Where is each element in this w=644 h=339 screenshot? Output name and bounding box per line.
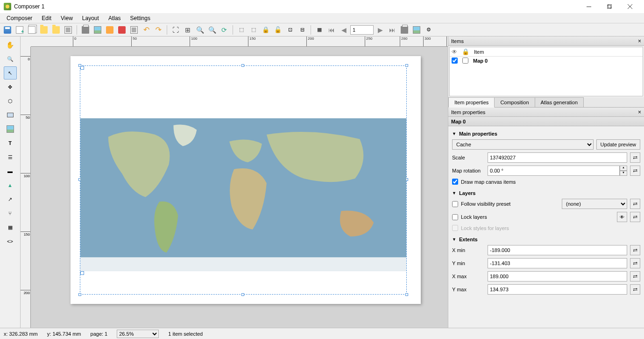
lock-button[interactable]: 🔒 [260, 24, 271, 36]
props-panel-close[interactable]: × [638, 109, 641, 115]
close-button[interactable] [620, 0, 640, 13]
section-head-main[interactable]: ▼ Main properties [452, 131, 640, 137]
atlas-export-button[interactable] [411, 24, 422, 36]
resize-handle[interactable] [405, 64, 408, 67]
atlas-first-button[interactable]: ⏮ [326, 24, 337, 36]
items-panel-close[interactable]: × [638, 38, 641, 44]
add-image-tool[interactable] [4, 123, 17, 136]
xmin-input[interactable] [488, 245, 627, 255]
export-image-button[interactable] [92, 24, 103, 36]
atlas-next-button[interactable]: ▶ [375, 24, 386, 36]
add-nodes-tool[interactable]: ⑂ [4, 207, 17, 220]
add-shape-tool[interactable]: ▲ [4, 179, 17, 192]
unlock-button[interactable]: 🔓 [272, 24, 283, 36]
lock-view-button[interactable]: 👁 [617, 212, 627, 222]
atlas-prev-button[interactable]: ◀ [338, 24, 349, 36]
duplicate-composer-button[interactable] [26, 24, 37, 36]
load-template-button[interactable] [50, 24, 62, 36]
rotation-input[interactable] [488, 166, 620, 176]
spin-down[interactable]: ▼ [620, 171, 627, 176]
atlas-print-button[interactable] [399, 24, 410, 36]
rotation-databind-button[interactable]: ⮂ [630, 166, 640, 176]
move-content-tool[interactable]: ✥ [4, 80, 17, 94]
add-legend-tool[interactable]: ☰ [4, 151, 17, 164]
add-arrow-tool[interactable]: ↗ [4, 193, 17, 206]
preset-select[interactable]: (none) [562, 199, 627, 209]
menu-settings[interactable]: Settings [126, 14, 155, 22]
ymin-input[interactable] [488, 258, 627, 268]
resize-handle[interactable] [78, 64, 81, 67]
scale-databind-button[interactable]: ⮂ [630, 152, 640, 163]
ymax-databind-button[interactable]: ⮂ [630, 284, 640, 295]
xmax-input[interactable] [488, 271, 627, 281]
map-item[interactable] [80, 65, 407, 295]
zoom-in-button[interactable]: 🔍 [194, 24, 205, 36]
new-composer-button[interactable] [14, 24, 25, 36]
xmax-databind-button[interactable]: ⮂ [630, 271, 640, 281]
ungroup-button[interactable]: ⊟ [297, 24, 308, 36]
refresh-button[interactable]: ⟳ [219, 24, 230, 36]
pan-tool[interactable]: ✋ [4, 38, 17, 51]
xmin-databind-button[interactable]: ⮂ [630, 245, 640, 255]
tab-composition[interactable]: Composition [494, 97, 535, 107]
atlas-last-button[interactable]: ⏭ [387, 24, 398, 36]
lock-layers-checkbox[interactable] [452, 214, 458, 220]
lock-databind-button[interactable]: ⮂ [630, 212, 640, 222]
atlas-preview-button[interactable]: ▦ [314, 24, 325, 36]
update-preview-button[interactable]: Update preview [596, 139, 640, 150]
menu-view[interactable]: View [56, 14, 78, 22]
menu-edit[interactable]: Edit [37, 14, 56, 22]
edit-nodes-tool[interactable]: ⬡ [4, 94, 17, 108]
page[interactable] [71, 56, 421, 304]
ymin-databind-button[interactable]: ⮂ [630, 258, 640, 268]
scale-input[interactable] [488, 152, 627, 163]
zoom-tool[interactable]: 🔍 [4, 52, 17, 65]
export-svg-button[interactable] [104, 24, 115, 36]
tab-atlas-generation[interactable]: Atlas generation [535, 97, 584, 107]
follow-preset-checkbox[interactable] [452, 201, 458, 207]
composer-manager-button[interactable] [38, 24, 50, 36]
cache-select[interactable]: Cache [452, 139, 594, 150]
minimize-button[interactable] [579, 0, 599, 13]
composer-canvas[interactable] [31, 47, 448, 328]
section-head-extents[interactable]: ▼ Extents [452, 237, 640, 242]
print-button[interactable] [80, 24, 91, 36]
resize-handle[interactable] [78, 293, 81, 296]
maximize-button[interactable] [599, 0, 620, 13]
section-head-layers[interactable]: ▼ Layers [452, 190, 640, 196]
zoom-out-button[interactable]: 🔍 [206, 24, 218, 36]
draw-canvas-checkbox[interactable] [452, 179, 458, 185]
zoom-select[interactable]: 26.5% [117, 330, 159, 338]
menu-layout[interactable]: Layout [78, 14, 104, 22]
page-setup-button[interactable] [128, 24, 140, 36]
add-html-tool[interactable]: <> [4, 235, 17, 248]
tab-item-properties[interactable]: Item properties [448, 97, 495, 108]
unlock-items-button[interactable]: ⬚ [248, 24, 259, 36]
zoom-actual-button[interactable]: ⊞ [182, 24, 193, 36]
save-button[interactable] [2, 24, 13, 36]
items-row[interactable]: Map 0 [450, 57, 643, 65]
spin-up[interactable]: ▲ [620, 166, 627, 171]
undo-button[interactable]: ↶ [141, 24, 152, 36]
item-visible-checkbox[interactable] [452, 58, 458, 64]
resize-handle[interactable] [241, 293, 244, 296]
preset-databind-button[interactable]: ⮂ [630, 199, 640, 209]
menu-composer[interactable]: Composer [2, 14, 37, 22]
atlas-settings-button[interactable]: ⚙ [423, 24, 434, 36]
add-map-tool[interactable] [4, 108, 17, 122]
lock-items-button[interactable]: ⬚ [236, 24, 247, 36]
save-template-button[interactable] [63, 24, 74, 36]
group-button[interactable]: ⊡ [284, 24, 296, 36]
rotation-spinbox[interactable]: ▲▼ [488, 166, 627, 176]
export-pdf-button[interactable] [116, 24, 127, 36]
redo-button[interactable]: ↶ [153, 24, 164, 36]
add-table-tool[interactable]: ▦ [4, 221, 17, 234]
item-locked-checkbox[interactable] [462, 58, 468, 64]
props-body[interactable]: ▼ Main properties Cache Update preview S… [448, 126, 644, 328]
resize-handle[interactable] [241, 64, 244, 67]
menu-atlas[interactable]: Atlas [104, 14, 126, 22]
atlas-page-input[interactable] [350, 25, 374, 35]
add-label-tool[interactable]: T [4, 137, 17, 150]
ymax-input[interactable] [488, 284, 627, 295]
zoom-full-button[interactable]: ⛶ [170, 24, 181, 36]
